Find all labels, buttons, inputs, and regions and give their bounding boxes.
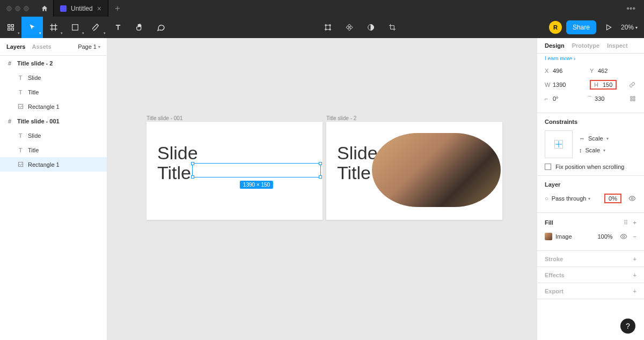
text-icon: T: [17, 75, 24, 81]
layer-frame[interactable]: # Title slide - 2: [0, 56, 107, 70]
user-avatar[interactable]: R: [549, 21, 562, 34]
selection-box[interactable]: 1390 × 150: [192, 163, 321, 178]
component-tool[interactable]: [339, 17, 360, 38]
chevron-down-icon: ▾: [61, 31, 63, 35]
add-fill-icon[interactable]: +: [633, 219, 636, 226]
layer-image[interactable]: Rectangle 1: [0, 99, 107, 114]
edit-object-tool[interactable]: [317, 17, 339, 38]
learn-more-link[interactable]: Learn more ›: [537, 54, 644, 60]
opacity-field-highlighted[interactable]: 0%: [604, 194, 621, 203]
figma-file-icon: [60, 5, 67, 12]
chevron-down-icon: ▾: [39, 31, 41, 35]
image-icon: [17, 161, 24, 168]
link-dimensions-icon[interactable]: [628, 80, 636, 89]
page-selector[interactable]: Page 1▾: [78, 43, 100, 50]
chevron-down-icon: ▾: [98, 45, 100, 49]
mask-tool[interactable]: [360, 17, 382, 38]
pen-tool[interactable]: ▾: [86, 17, 107, 38]
window-tabbar: Untitled × + •••: [0, 0, 644, 17]
layer-text[interactable]: T Slide: [0, 70, 107, 85]
visibility-icon[interactable]: [619, 232, 628, 241]
frame-label[interactable]: Title slide - 2: [326, 115, 356, 121]
fill-swatch[interactable]: [545, 233, 552, 240]
fill-opacity[interactable]: 100%: [597, 233, 612, 240]
fill-section: Fill ⠿ + Image 100% −: [537, 213, 644, 251]
h-constraint-dropdown[interactable]: ↔Scale▾: [579, 135, 609, 142]
layer-frame[interactable]: # Title slide - 001: [0, 114, 107, 128]
frame-tool[interactable]: ▾: [43, 17, 64, 38]
styles-icon[interactable]: ⠿: [621, 218, 630, 227]
layer-text[interactable]: T Title: [0, 85, 107, 99]
layer-section: Layer ○ Pass through▾ 0%: [537, 176, 644, 213]
w-field[interactable]: 1390: [553, 82, 566, 88]
help-button[interactable]: ?: [620, 319, 635, 334]
radius-field[interactable]: 330: [595, 95, 604, 102]
text-tool[interactable]: [107, 17, 129, 38]
traffic-light[interactable]: [15, 6, 20, 11]
svg-rect-18: [633, 99, 635, 101]
design-panel: Design Prototype Inspect Learn more › X4…: [537, 38, 644, 340]
constraints-control[interactable]: [545, 130, 573, 158]
blend-icon: ○: [545, 195, 548, 202]
layer-text[interactable]: T Title: [0, 143, 107, 157]
fill-type[interactable]: Image: [555, 233, 572, 240]
frame-2[interactable]: SlideTitle: [326, 122, 502, 220]
main-menu-button[interactable]: ▾: [0, 17, 21, 38]
layers-tab[interactable]: Layers: [6, 43, 25, 50]
close-tab-icon[interactable]: ×: [97, 4, 101, 13]
prototype-tab[interactable]: Prototype: [572, 42, 599, 49]
independent-corners-icon[interactable]: [628, 94, 636, 103]
rotation-field[interactable]: 0°: [553, 95, 559, 102]
layer-image-selected[interactable]: Rectangle 1: [0, 157, 107, 172]
frame-icon: #: [6, 60, 13, 66]
v-constraint-dropdown[interactable]: ↕Scale▾: [579, 147, 609, 153]
share-button[interactable]: Share: [566, 20, 596, 34]
canvas[interactable]: Title slide - 001 SlideTitle 1390 × 150 …: [107, 38, 537, 340]
svg-rect-0: [8, 25, 10, 27]
assets-tab[interactable]: Assets: [32, 43, 51, 50]
constraints-section: Constraints ↔Scale▾ ↕Scale▾ Fix position…: [537, 113, 644, 176]
image-placeholder[interactable]: [372, 133, 501, 207]
frame-label[interactable]: Title slide - 001: [147, 115, 182, 121]
export-section[interactable]: Export+: [537, 283, 644, 299]
comment-tool[interactable]: [150, 17, 172, 38]
x-field[interactable]: 496: [553, 68, 562, 74]
new-tab-button[interactable]: +: [108, 4, 127, 13]
radius-icon: ⌒: [587, 95, 592, 103]
remove-fill-icon[interactable]: −: [633, 233, 636, 240]
zoom-dropdown[interactable]: 20%▾: [621, 24, 638, 31]
svg-rect-1: [11, 25, 13, 27]
tab-title: Untitled: [71, 5, 93, 12]
properties-section: X496 Y462 W1390 H150 ⌐0° ⌒330: [537, 60, 644, 113]
layer-text[interactable]: T Slide: [0, 128, 107, 143]
design-tab[interactable]: Design: [545, 42, 565, 49]
more-menu-icon[interactable]: •••: [618, 4, 644, 13]
text-icon: T: [17, 147, 24, 153]
h-field-highlighted[interactable]: H150: [590, 80, 617, 90]
traffic-light[interactable]: [24, 6, 29, 11]
inspect-tab[interactable]: Inspect: [607, 42, 628, 49]
checkbox-icon: [545, 164, 551, 170]
home-button[interactable]: [35, 0, 54, 17]
move-tool[interactable]: ▾: [21, 17, 43, 38]
svg-rect-19: [633, 97, 635, 98]
blend-mode-dropdown[interactable]: Pass through▾: [552, 195, 591, 202]
add-export-icon[interactable]: +: [633, 288, 636, 294]
effects-section[interactable]: Effects+: [537, 267, 644, 283]
add-stroke-icon[interactable]: +: [633, 256, 636, 262]
hand-tool[interactable]: [129, 17, 150, 38]
shape-tool[interactable]: ▾: [64, 17, 86, 38]
add-effect-icon[interactable]: +: [633, 272, 636, 278]
chevron-down-icon: ▾: [588, 196, 590, 201]
svg-rect-2: [8, 28, 10, 30]
crop-tool[interactable]: [382, 17, 403, 38]
document-tab[interactable]: Untitled ×: [54, 0, 108, 17]
fix-position-checkbox[interactable]: Fix position when scrolling: [545, 164, 636, 170]
stroke-section[interactable]: Stroke+: [537, 251, 644, 267]
svg-point-21: [631, 197, 633, 199]
visibility-icon[interactable]: [628, 194, 636, 203]
y-field[interactable]: 462: [598, 68, 608, 74]
chevron-down-icon: ▾: [18, 31, 20, 35]
traffic-light[interactable]: [6, 6, 12, 11]
present-button[interactable]: [601, 24, 617, 31]
